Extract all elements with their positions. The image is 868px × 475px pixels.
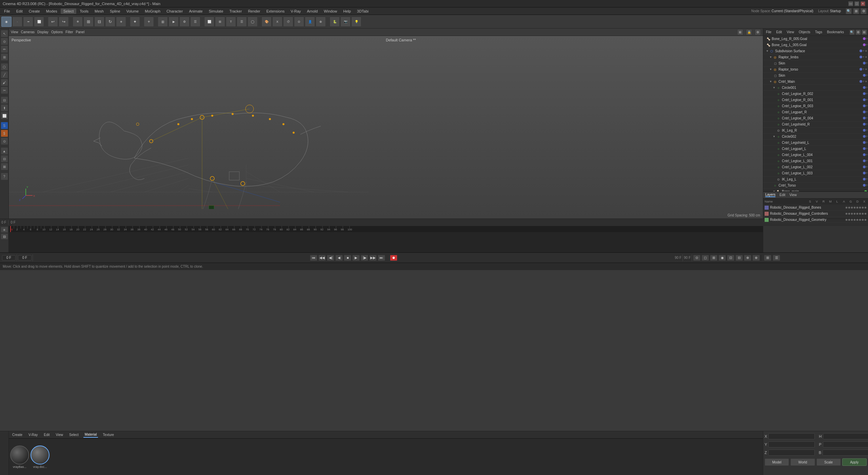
obj-expand-icon[interactable]: ⊞ xyxy=(862,30,867,35)
left-tool-s1[interactable]: S xyxy=(1,122,8,129)
viewport-menu-cameras[interactable]: Cameras xyxy=(21,30,35,34)
viewport[interactable]: View Cameras Display Options Filter Pane… xyxy=(9,28,763,218)
obj-menu-edit[interactable]: Edit xyxy=(775,30,783,34)
python-button[interactable]: 🐍 xyxy=(330,17,340,27)
viewport-1-button[interactable]: ⬜ xyxy=(204,17,214,27)
prev-frame-button[interactable]: ◀◀ xyxy=(318,255,326,261)
tab-material[interactable]: Material xyxy=(83,432,98,438)
model-mode-button[interactable]: ◉ xyxy=(1,17,12,27)
object-list-button[interactable]: ☰ xyxy=(237,17,247,27)
pb-icon-2[interactable]: ◻ xyxy=(702,255,709,261)
left-tool-paint[interactable]: ✏ xyxy=(1,45,8,53)
left-tool-bevel[interactable]: ⬜ xyxy=(1,112,8,119)
tab-edit[interactable]: Edit xyxy=(42,432,51,437)
menu-animate[interactable]: Animate xyxy=(186,8,205,14)
coord-h-input[interactable] xyxy=(823,433,868,439)
tree-item-cntrl-legtoe-l-004[interactable]: ○ Cntrl_Legtoe_L_004 ? xyxy=(763,152,868,158)
tree-item-cntrl-legtoe-r-001[interactable]: ○ Cntrl_Legtoe_R_001 ? xyxy=(763,97,868,103)
tree-item-cntrl-legtoe-l-002[interactable]: ○ Cntrl_Legtoe_L_002 ? xyxy=(763,164,868,170)
add-object-button[interactable]: + xyxy=(144,17,154,27)
goto-start-button[interactable]: ⏮ xyxy=(310,255,317,261)
obj-menu-tags[interactable]: Tags xyxy=(814,30,824,34)
tl-tool-1[interactable]: ≡ xyxy=(1,227,8,233)
redo-button[interactable]: ↪ xyxy=(59,17,69,27)
scale-tool-button[interactable]: ⊟ xyxy=(94,17,104,27)
menu-render[interactable]: Render xyxy=(245,8,263,14)
world-button[interactable]: World xyxy=(790,458,815,466)
menu-spline[interactable]: Spline xyxy=(107,8,123,14)
render-region-button[interactable]: ▥ xyxy=(158,17,168,27)
maximize-button[interactable]: □ xyxy=(854,1,859,6)
menu-mesh[interactable]: Mesh xyxy=(92,8,106,14)
viewport-menu-filter[interactable]: Filter xyxy=(65,30,73,34)
scale-button[interactable]: Scale xyxy=(816,458,841,466)
tree-item-circle001[interactable]: ▼ ○ Circle001 ? xyxy=(763,85,868,91)
character-button[interactable]: 👤 xyxy=(305,17,315,27)
obj-menu-view[interactable]: View xyxy=(785,30,795,34)
viewport-4-button[interactable]: ⊞ xyxy=(215,17,225,27)
search-icon[interactable]: 🔍 xyxy=(846,8,852,14)
viewport-menu-view[interactable]: View xyxy=(11,30,18,34)
tree-item-skin-2[interactable]: ◻ Skin ? xyxy=(763,73,868,79)
tree-item-skin-1[interactable]: ◻ Skin ? xyxy=(763,60,868,66)
tree-item-cntrl-torso[interactable]: ○ Cntrl_Torso ? xyxy=(763,183,868,189)
menu-create[interactable]: Create xyxy=(26,8,43,14)
motion-tracker-button[interactable]: ⊙ xyxy=(294,17,304,27)
coord-z-input[interactable] xyxy=(768,450,815,456)
left-tool-t3[interactable]: ⊠ xyxy=(1,163,8,170)
tab-view[interactable]: View xyxy=(54,432,64,437)
obj-menu-file[interactable]: File xyxy=(765,30,773,34)
palette-button[interactable]: 🎨 xyxy=(261,17,272,27)
menu-simulate[interactable]: Simulate xyxy=(206,8,226,14)
viewport-menu-options[interactable]: Options xyxy=(51,30,63,34)
viewport-maximize-icon[interactable]: ⊞ xyxy=(737,29,743,35)
material-item-vraybase[interactable]: vrayBas... xyxy=(10,445,29,469)
coord-y-input[interactable] xyxy=(768,441,815,448)
play-reverse-button[interactable]: ◀ xyxy=(335,255,343,261)
current-frame-input[interactable] xyxy=(2,255,16,261)
tree-item-cntrl-legtoe-r-004[interactable]: ○ Cntrl_Legtoe_R_004 ? xyxy=(763,115,868,121)
edge-mode-button[interactable]: ━ xyxy=(23,17,33,27)
coord-b-input[interactable] xyxy=(823,450,868,456)
goto-end-button[interactable]: ⏭ xyxy=(378,255,385,261)
obj-search-icon[interactable]: 🔍 xyxy=(849,30,855,35)
polygon-mode-button[interactable]: ⬜ xyxy=(34,17,44,27)
play-button[interactable]: ▶ xyxy=(352,255,360,261)
pb-right-icon-1[interactable]: ⊞ xyxy=(764,255,771,261)
tree-item-cntrl-legpart-l[interactable]: ○ Cntrl_Legpart_L ? xyxy=(763,146,868,152)
next-key-button[interactable]: |▶ xyxy=(361,255,368,261)
menu-extensions[interactable]: Extensions xyxy=(263,8,287,14)
tab-create[interactable]: Create xyxy=(11,432,24,437)
pb-icon-4[interactable]: ◉ xyxy=(718,255,726,261)
close-button[interactable]: ✕ xyxy=(861,1,865,6)
tree-item-ik-leg-r[interactable]: ⊙ IK_Leg_R ? xyxy=(763,128,868,134)
menu-select[interactable]: Select xyxy=(61,8,77,14)
left-tool-s2[interactable]: $ xyxy=(1,130,8,137)
layers-tab-layers[interactable]: Layers xyxy=(765,193,775,197)
camera-button[interactable]: 📷 xyxy=(340,17,351,27)
viewport-settings-icon[interactable]: ⚙ xyxy=(755,29,761,35)
layer-item-geometry[interactable]: Robotic_Dinosaur_Rigged_Geometry ◉◉◉ ◉◉◉… xyxy=(763,217,868,223)
expand-icon[interactable]: ⊞ xyxy=(853,8,859,14)
left-tool-arrow[interactable]: ↖ xyxy=(1,30,8,37)
tree-item-cntrl-legtoe-l-003[interactable]: ○ Cntrl_Legtoe_L_003 ? xyxy=(763,170,868,176)
render-settings-button[interactable]: ⚙ xyxy=(179,17,190,27)
coord-x-input[interactable] xyxy=(768,433,815,439)
cloner-button[interactable]: ⊕ xyxy=(316,17,326,27)
start-frame-input[interactable] xyxy=(18,255,32,261)
layers-tab-view[interactable]: View xyxy=(789,193,797,197)
left-tool-subdivide[interactable]: ⊟ xyxy=(1,96,8,104)
left-tool-s3[interactable]: ⊙ xyxy=(1,137,8,145)
model-button[interactable]: Model xyxy=(765,458,789,466)
menu-arnold[interactable]: Arnold xyxy=(304,8,320,14)
menu-help[interactable]: Help xyxy=(340,8,354,14)
timeline-track-area[interactable] xyxy=(9,232,763,252)
point-mode-button[interactable]: · xyxy=(12,17,22,27)
light-button[interactable]: 💡 xyxy=(351,17,361,27)
viewport-canvas[interactable]: Perspective Default Camera ** X xyxy=(9,36,763,218)
pb-icon-3[interactable]: ⊞ xyxy=(710,255,717,261)
tree-item-bone-main[interactable]: ▼ 🦴 Bone_main xyxy=(763,189,868,191)
menu-volume[interactable]: Volume xyxy=(124,8,142,14)
tree-item-subdivision-surface[interactable]: ▼ ⬡ Subdivision Surface ? ✕ xyxy=(763,48,868,54)
viewport-menu-panel[interactable]: Panel xyxy=(76,30,85,34)
